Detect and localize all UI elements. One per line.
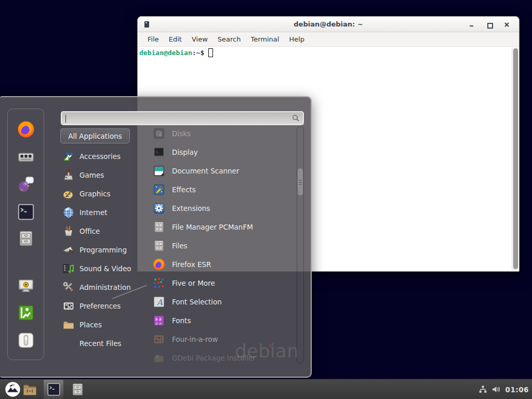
category-places[interactable]: Places [58,315,141,334]
application-menu: All Applications Accessories Games [0,96,312,378]
graphics-icon [62,188,75,200]
favorite-pidgin-button[interactable] [17,176,35,193]
font-selection-icon: A [153,296,165,308]
terminal-scrollbar[interactable] [512,47,518,270]
app-item-effects[interactable]: Effects [148,180,296,199]
app-item-firefox-esr[interactable]: Firefox ESR [148,255,296,274]
five-or-more-icon [153,277,165,289]
favorite-firefox-button[interactable] [17,121,35,138]
logout-button[interactable] [17,304,35,322]
administration-icon [62,281,75,294]
favorite-files-button[interactable] [17,230,35,247]
terminal-titlebar[interactable]: debian@debian: ~ [138,17,519,32]
file-cabinet-icon [71,382,85,396]
volume-icon[interactable] [491,385,501,394]
close-button[interactable] [504,22,510,28]
menu-help[interactable]: Help [289,35,304,43]
lock-screen-button[interactable] [17,277,35,295]
search-box [61,111,304,125]
category-recent-files[interactable]: Recent Files [58,334,141,353]
firefox-icon [17,121,35,138]
category-accessories[interactable]: Accessories [58,147,141,166]
application-list: Disks Display Document Scanner [148,124,296,367]
app-item-gdebi-package-installer[interactable]: GDebi Package Installer [148,349,296,367]
terminal-prompt: debian@debian:~$ [138,47,519,57]
files-taskbar-button[interactable] [71,382,85,398]
extensions-icon [153,202,165,215]
terminal-taskbar-button[interactable] [44,380,63,399]
terminal-menubar: File Edit View Search Terminal Help [138,32,519,47]
app-item-display[interactable]: Display [148,143,296,162]
terminal-scrollbar-thumb[interactable] [513,48,518,269]
menu-logo-icon [5,381,21,397]
shutdown-button[interactable] [17,331,35,349]
disks-icon [153,127,165,140]
app-list-scrollbar-thumb[interactable] [298,168,303,195]
app-item-disks[interactable]: Disks [148,124,296,143]
category-all-applications[interactable]: All Applications [60,128,130,143]
folder-icon [22,382,37,396]
app-item-document-scanner[interactable]: Document Scanner [148,162,296,180]
category-list: All Applications Accessories Games [58,128,141,353]
search-input[interactable] [62,112,292,124]
terminal-icon [47,382,61,396]
window-title: debian@debian: ~ [138,20,519,28]
prompt-path: :~$ [192,49,204,57]
gdebi-icon [153,352,165,364]
file-manager-button[interactable] [22,382,37,398]
menu-edit[interactable]: Edit [169,35,182,43]
file-cabinet-icon [153,221,165,233]
close-icon [504,22,510,28]
category-graphics[interactable]: Graphics [58,184,141,203]
app-item-five-or-more[interactable]: Five or More [148,274,296,292]
document-scanner-icon [153,165,165,177]
taskbar: 01:06 [0,379,532,399]
system-tray: 01:06 [478,379,529,399]
menu-file[interactable]: File [148,35,159,43]
network-icon[interactable] [478,385,487,394]
favorites-sidebar [7,109,44,360]
app-item-font-selection[interactable]: A Font Selection [148,292,296,311]
app-item-fonts[interactable]: a a a a Fonts [148,311,296,330]
accessories-icon [62,150,75,163]
display-icon [153,146,165,158]
category-administration[interactable]: Administration [58,278,141,297]
menu-button[interactable] [5,381,21,399]
sound-video-icon [62,262,75,275]
menu-terminal[interactable]: Terminal [250,35,279,43]
terminal-cursor [208,48,213,57]
app-item-extensions[interactable]: Extensions [148,199,296,218]
app-list-scrollbar[interactable] [297,126,304,364]
terminal-window-icon [144,21,149,28]
favorite-terminal-button[interactable] [17,203,35,221]
app-item-files[interactable]: Files [148,236,296,255]
minimize-button[interactable] [469,22,474,28]
favorite-settings-button[interactable] [17,148,35,166]
mixer-icon [17,148,35,166]
menu-search[interactable]: Search [218,35,241,43]
games-icon [62,169,75,181]
logout-icon [17,304,35,322]
svg-text:a a: a a [155,321,162,326]
category-sound-video[interactable]: Sound & Video [58,259,141,278]
svg-text:A: A [156,298,163,307]
shutdown-icon [17,331,35,349]
category-internet[interactable]: Internet [58,203,141,222]
lock-screen-icon [17,277,35,295]
internet-icon [62,206,75,219]
category-office[interactable]: Office [58,222,141,241]
app-item-file-manager-pcmanfm[interactable]: File Manager PCManFM [148,218,296,236]
magnifier-icon [292,114,300,122]
maximize-button[interactable] [486,22,492,28]
app-item-four-in-a-row[interactable]: Four-in-a-row [148,330,296,349]
taskbar-clock[interactable]: 01:06 [506,385,529,394]
category-games[interactable]: Games [58,166,141,184]
category-programming[interactable]: Programming [58,241,141,259]
places-icon [62,318,75,331]
effects-icon [153,183,165,196]
desktop: debian debian@debian: ~ File Edit View S… [0,0,532,399]
text-caret [65,115,66,123]
office-icon [62,225,75,237]
category-preferences[interactable]: Preferences [58,297,141,315]
menu-view[interactable]: View [192,35,208,43]
